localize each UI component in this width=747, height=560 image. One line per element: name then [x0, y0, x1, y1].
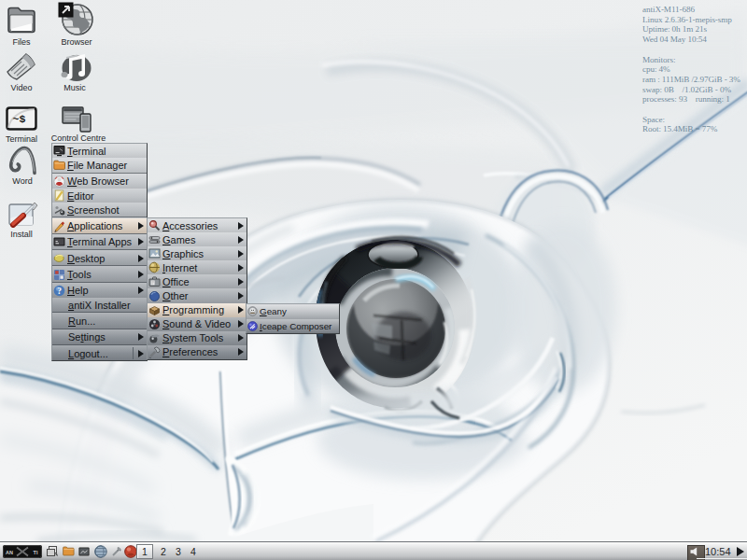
svg-text:?: ?	[57, 287, 62, 296]
svg-text:~$: ~$	[13, 113, 26, 125]
svg-text:TI: TI	[34, 550, 38, 555]
svg-text:AN: AN	[6, 550, 13, 555]
